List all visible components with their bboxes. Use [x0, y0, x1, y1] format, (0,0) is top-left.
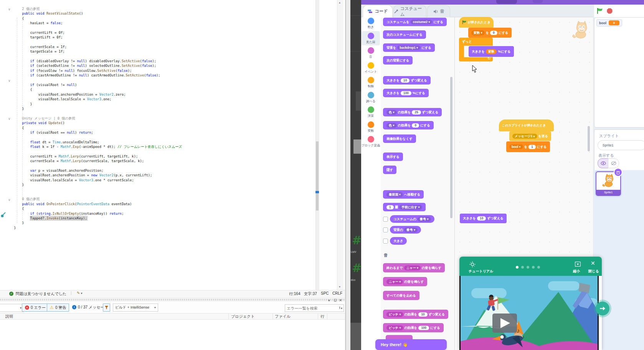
palette-block[interactable]: 1層手前に出す ▾: [383, 203, 426, 211]
category-制御[interactable]: 制御: [361, 77, 380, 88]
delete-sprite-button[interactable]: [614, 168, 623, 177]
palette-block[interactable]: 大きさを10ずつ変える: [383, 76, 431, 85]
category-演算[interactable]: 演算: [361, 106, 380, 118]
menu-highlight[interactable]: [496, 0, 517, 4]
block-dropdown[interactable]: 色 ▾: [386, 123, 397, 128]
palette-block[interactable]: 背景の番号 ▾: [390, 226, 421, 234]
panel-splitter[interactable]: [0, 297, 346, 302]
palette-block[interactable]: 隠す: [383, 166, 396, 174]
scrollbar-thumb[interactable]: [316, 141, 319, 211]
palette-block[interactable]: 画像効果をなくす: [383, 134, 416, 143]
value-input[interactable]: 0: [490, 31, 497, 35]
change-size-block[interactable]: 大きさを 10 ずつ変える: [460, 214, 507, 223]
palette-block[interactable]: 大きさを100%にする: [383, 89, 429, 97]
set-bool-block[interactable]: bool ▾ を 1 にする: [506, 141, 550, 152]
palette-block[interactable]: 大きさ: [390, 237, 407, 245]
palette-block[interactable]: 次の背景にする: [383, 56, 413, 65]
block-number-input[interactable]: 10: [401, 78, 410, 83]
scroll-down-icon[interactable]: ▾: [339, 285, 340, 289]
scroll-up-icon[interactable]: ▴: [339, 1, 340, 4]
category-イベント[interactable]: イベント: [361, 62, 380, 73]
variable-reporter[interactable]: 変数: [486, 49, 497, 54]
sprite-name-input[interactable]: [598, 140, 644, 150]
green-flag-button[interactable]: [597, 8, 603, 14]
tab-code[interactable]: コード: [363, 5, 393, 17]
col-file[interactable]: ファイル: [275, 314, 291, 319]
palette-block[interactable]: 表示する: [383, 153, 403, 161]
tutorial-close-button[interactable]: 閉じる: [588, 269, 599, 274]
palette-block[interactable]: 色 ▾の効果を25ずつ変える: [383, 108, 442, 116]
palette-block[interactable]: コスチュームの番号 ▾: [390, 215, 434, 223]
block-dropdown[interactable]: ピッチ ▾: [386, 325, 403, 330]
fold-chevron-icon[interactable]: ∨: [8, 198, 11, 202]
fold-chevron-icon[interactable]: ∨: [8, 7, 11, 11]
block-dropdown[interactable]: 色 ▾: [386, 110, 397, 115]
pagination-dot[interactable]: [532, 266, 535, 269]
fold-chevron-icon[interactable]: ∨: [8, 79, 11, 83]
set-size-block[interactable]: 大きさを 変数 %にする: [469, 46, 514, 57]
message-dropdown[interactable]: メッセージ1 ▾: [512, 134, 537, 139]
block-number-input[interactable]: 0: [412, 123, 419, 128]
error-list-search[interactable]: ▾: [285, 304, 344, 312]
block-dropdown[interactable]: 手前に出す ▾: [399, 205, 422, 210]
hide-sprite-button[interactable]: [608, 158, 619, 168]
forever-block-bottom[interactable]: ↻: [459, 57, 493, 61]
pagination-dot[interactable]: [521, 266, 524, 269]
show-sprite-button[interactable]: [598, 158, 609, 168]
monitor-checkbox[interactable]: [383, 217, 388, 222]
menu-highlight[interactable]: [533, 0, 543, 3]
col-description[interactable]: 説明: [5, 314, 13, 319]
when-flag-clicked-block[interactable]: が押されたとき: [459, 17, 494, 28]
palette-block[interactable]: 最前面 ▾へ移動する: [383, 190, 424, 199]
set-variable-block[interactable]: 変数 ▾ を 0 にする: [468, 28, 512, 38]
stage[interactable]: bool 0: [594, 17, 644, 128]
variable-monitor[interactable]: bool 0: [596, 19, 622, 27]
block-number-input[interactable]: 1: [386, 205, 394, 209]
col-line[interactable]: 行: [320, 314, 324, 319]
tutorial-video-thumbnail[interactable]: ♪ ♪: [461, 276, 598, 350]
palette-block[interactable]: 次のコスチュームにする: [383, 30, 426, 39]
status-eol[interactable]: CRLF: [332, 291, 342, 295]
quick-action-icon[interactable]: [0, 212, 6, 218]
block-dropdown[interactable]: 番号 ▾: [404, 227, 418, 232]
block-dropdown[interactable]: ピッチ ▾: [386, 312, 403, 317]
variable-dropdown[interactable]: bool ▾: [509, 144, 523, 149]
palette-scrollbar[interactable]: [450, 77, 452, 218]
category-調べる[interactable]: 調べる: [361, 92, 380, 103]
warnings-filter-button[interactable]: ⚠ 0 警告: [47, 304, 69, 312]
palette-block[interactable]: すべての音を止める: [383, 291, 419, 300]
broadcast-block[interactable]: メッセージ1 ▾ を送る: [509, 131, 551, 141]
build-intellisense-combo[interactable]: ビルド + IntelliSense▾: [113, 304, 158, 312]
category-ブロック定義[interactable]: ブロック定義: [361, 136, 380, 147]
monitor-checkbox[interactable]: [383, 239, 388, 244]
status-line-number[interactable]: 行:164: [289, 291, 300, 297]
tutorial-pagination[interactable]: [516, 266, 540, 269]
close-icon[interactable]: ✕: [591, 260, 595, 266]
workspace-scrollbar[interactable]: [588, 126, 590, 151]
tab-costumes[interactable]: コスチューム: [393, 5, 426, 17]
variable-dropdown[interactable]: 変数 ▾: [471, 30, 485, 35]
block-palette[interactable]: コスチュームをcostume2 ▾にする次のコスチュームにする背景をbackdr…: [381, 17, 455, 350]
block-dropdown[interactable]: 最前面 ▾: [386, 192, 403, 197]
filter-button[interactable]: [103, 304, 110, 312]
block-number-input[interactable]: 25: [412, 110, 421, 114]
category-見た目[interactable]: 見た目: [361, 33, 380, 44]
block-dropdown[interactable]: backdrop1 ▾: [397, 45, 420, 50]
palette-block[interactable]: ニャー ▾の音を鳴らす: [383, 277, 427, 286]
status-spaces[interactable]: SPC: [321, 291, 329, 295]
search-options-chevron-icon[interactable]: ▾: [341, 307, 342, 310]
stop-button[interactable]: [607, 8, 613, 14]
value-input[interactable]: 1: [528, 145, 536, 149]
code-fix-pen-icon[interactable]: ✎ ▾: [77, 291, 83, 295]
pagination-dot[interactable]: [527, 266, 529, 269]
errors-filter-button[interactable]: ✕ 0 エラー: [22, 304, 49, 312]
block-number-input[interactable]: 100: [418, 326, 429, 330]
code-editor[interactable]: 2 個の参照 public void ResetVisualState() { …: [6, 7, 182, 230]
monitor-checkbox[interactable]: [383, 227, 388, 232]
shrink-button[interactable]: 縮小: [573, 269, 580, 274]
editor-vertical-scrollbar[interactable]: ▴ ▾: [337, 0, 343, 290]
status-column-number[interactable]: 文字:37: [304, 291, 317, 297]
category-変数[interactable]: 変数: [361, 121, 380, 133]
value-input[interactable]: 10: [477, 216, 486, 221]
palette-block[interactable]: 終わるまでニャー ▾の音を鳴らす: [383, 263, 445, 272]
